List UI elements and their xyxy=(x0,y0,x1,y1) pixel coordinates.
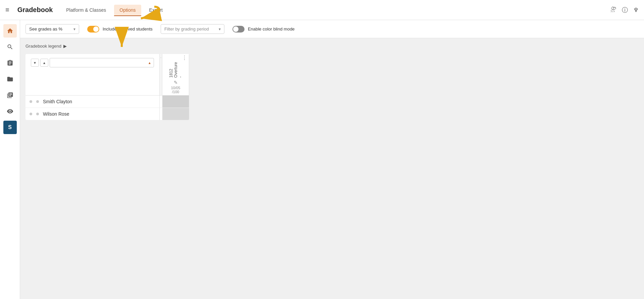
grade-cell-wilson-rose[interactable] xyxy=(162,108,189,120)
period-filter-dropdown[interactable]: Filter by grading period ▾ xyxy=(161,24,224,34)
table-row: Smith Clayton xyxy=(25,96,189,108)
grade-format-arrow-icon: ▾ xyxy=(73,27,75,32)
student-status-dot xyxy=(30,100,32,103)
layout: S See grades as % ▾ Include removed stud… xyxy=(0,20,644,299)
toggle-knob xyxy=(93,26,99,32)
tab-export[interactable]: Export xyxy=(144,5,168,15)
include-removed-toggle[interactable] xyxy=(87,26,99,33)
student-name-smith-clayton[interactable]: Smith Clayton xyxy=(43,99,72,104)
period-filter-placeholder: Filter by grading period xyxy=(164,26,216,32)
assignment-points: /100 xyxy=(172,90,179,94)
sidebar-item-gradebook[interactable] xyxy=(3,88,17,102)
grade-format-dropdown[interactable]: See grades as % ▾ xyxy=(25,24,79,34)
gradebook-area: Gradebook legend ▶ ▼ ▲ xyxy=(20,38,644,125)
sidebar-item-schoology[interactable]: S xyxy=(3,121,17,134)
table-header-row: ▼ ▲ ▲ xyxy=(25,54,189,96)
top-bar-left: ≡ Gradebook Platform & Classes Options E… xyxy=(5,5,610,15)
name-sort-arrow-icon: ▲ xyxy=(148,61,151,65)
sort-up-button[interactable]: ▲ xyxy=(40,59,48,67)
student-search-input[interactable] xyxy=(50,58,154,67)
student-status-dot2 xyxy=(36,113,39,115)
top-bar: ≡ Gradebook Platform & Classes Options E… xyxy=(0,0,644,20)
grade-cell-smith-clayton[interactable] xyxy=(162,96,189,108)
color-blind-label: Enable color blind mode xyxy=(248,26,294,32)
dot-separator-header: • xyxy=(160,54,162,95)
grade-format-label: See grades as % xyxy=(29,26,71,32)
assignment-name: 1812 Overture - xyxy=(169,61,183,79)
student-cell-wilson-rose: Wilson Rose xyxy=(25,108,160,120)
main-content: See grades as % ▾ Include removed studen… xyxy=(20,20,644,299)
tab-platform-classes[interactable]: Platform & Classes xyxy=(61,5,111,15)
table-row: Wilson Rose xyxy=(25,108,189,120)
student-cell-smith-clayton: Smith Clayton xyxy=(25,96,160,108)
sidebar-item-search[interactable] xyxy=(3,40,17,54)
nav-tabs: Platform & Classes Options Export xyxy=(61,5,168,15)
student-status-dot xyxy=(30,113,32,115)
color-blind-knob xyxy=(233,26,238,32)
assignment-date: 10/05 xyxy=(171,86,180,90)
account-icon[interactable]: ♆ xyxy=(633,6,639,14)
include-removed-toggle-group: Include removed students xyxy=(87,26,153,33)
sidebar-item-preview[interactable] xyxy=(3,105,17,118)
assignment-edit-icon[interactable]: ✎ xyxy=(174,80,178,85)
sort-down-icon: ▼ xyxy=(33,61,37,65)
gradebook-icon xyxy=(7,92,13,99)
legend-arrow-icon: ▶ xyxy=(63,44,67,49)
student-controls: ▼ ▲ ▲ xyxy=(30,57,155,69)
sidebar-item-folder[interactable] xyxy=(3,72,17,86)
home-icon xyxy=(7,27,13,34)
top-bar-right: ⛈ ⓘ ♆ xyxy=(610,6,639,14)
eye-icon xyxy=(7,108,13,115)
help-icon[interactable]: ⓘ xyxy=(622,6,628,14)
hamburger-menu[interactable]: ≡ xyxy=(5,6,9,14)
student-status-dot2 xyxy=(36,100,39,103)
tuning-fork-icon[interactable]: ⛈ xyxy=(610,6,616,13)
sidebar-item-home[interactable] xyxy=(3,24,17,38)
include-removed-label: Include removed students xyxy=(103,26,153,32)
assignment-dots-menu[interactable]: ⋮ xyxy=(182,55,187,61)
tab-options[interactable]: Options xyxy=(114,5,141,15)
search-icon xyxy=(7,44,13,50)
sort-down-button[interactable]: ▼ xyxy=(31,59,39,67)
schoology-letter: S xyxy=(8,124,12,130)
sort-up-icon: ▲ xyxy=(43,61,46,65)
gradebook-table: ▼ ▲ ▲ xyxy=(25,54,189,120)
app-title: Gradebook xyxy=(17,6,53,14)
assignments-icon xyxy=(7,60,13,66)
color-blind-toggle-group: Enable color blind mode xyxy=(232,26,294,33)
options-toolbar: See grades as % ▾ Include removed studen… xyxy=(20,20,644,38)
sidebar-item-assignments[interactable] xyxy=(3,56,17,70)
student-col-header: ▼ ▲ ▲ xyxy=(25,54,160,95)
gradebook-legend[interactable]: Gradebook legend ▶ xyxy=(25,44,639,49)
student-name-wilson-rose[interactable]: Wilson Rose xyxy=(43,111,69,117)
folder-icon xyxy=(7,76,13,82)
legend-label: Gradebook legend xyxy=(25,44,61,49)
color-blind-toggle[interactable] xyxy=(232,26,245,33)
period-filter-arrow-icon: ▾ xyxy=(219,27,221,32)
assignment-col-header: ⋮ 1812 Overture - ✎ 10/05 /100 xyxy=(162,54,189,95)
sidebar: S xyxy=(0,20,20,299)
